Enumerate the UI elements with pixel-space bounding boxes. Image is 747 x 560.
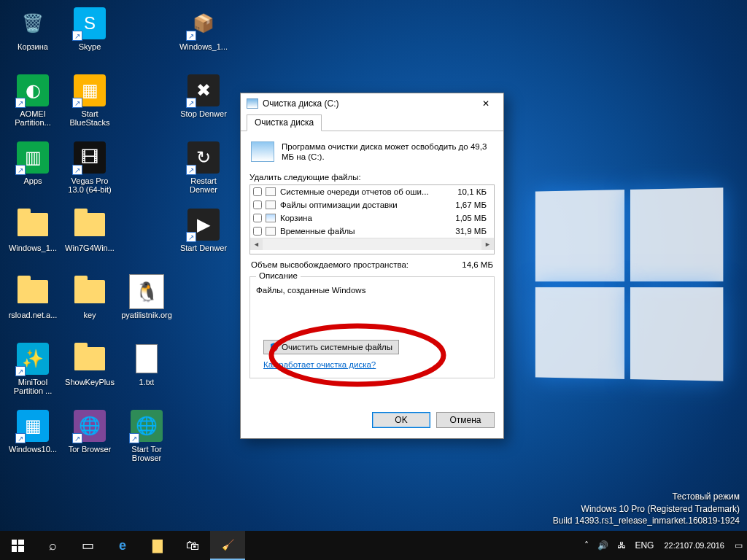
file-list-name: Файлы оптимизации доставки bbox=[280, 201, 447, 209]
clean-system-files-label: Очистить системные файлы bbox=[282, 343, 392, 351]
taskbar-disk-cleanup[interactable]: 🧹 bbox=[210, 531, 245, 560]
file-list-row[interactable]: Системные очереди отчетов об оши...10,1 … bbox=[250, 185, 494, 198]
task-view-button[interactable]: ▭ bbox=[70, 531, 105, 560]
file-list-checkbox[interactable] bbox=[253, 201, 262, 209]
gain-label: Объем высвобождаемого пространства: bbox=[251, 260, 462, 269]
start-tor-icon: 🌐↗ bbox=[129, 408, 164, 443]
desktop-icon-folder-key[interactable]: key bbox=[61, 271, 118, 338]
file-list-row[interactable]: Файлы оптимизации доставки1,67 МБ bbox=[250, 198, 494, 211]
desktop-icon-label: MiniTool Partition ... bbox=[6, 378, 60, 395]
disk-cleanup-taskbar-icon: 🧹 bbox=[222, 539, 234, 551]
intro-text: Программа очистки диска может освободить… bbox=[282, 141, 493, 163]
shortcut-arrow-icon: ↗ bbox=[186, 232, 196, 242]
wallpaper-windows-logo bbox=[535, 187, 724, 381]
scroll-left-icon[interactable]: ◄ bbox=[250, 238, 263, 250]
disk-cleanup-dialog: Очистка диска (C:) ✕ Очистка диска Прогр… bbox=[240, 93, 504, 439]
titlebar[interactable]: Очистка диска (C:) ✕ bbox=[241, 93, 503, 114]
shortcut-arrow-icon: ↗ bbox=[186, 31, 196, 41]
desktop-icon-start-denwer[interactable]: ▶↗Start Denwer bbox=[175, 204, 232, 271]
file-list-name: Системные очереди отчетов об оши... bbox=[280, 187, 447, 196]
search-button[interactable]: ⌕ bbox=[35, 531, 70, 560]
tray-language[interactable]: ENG bbox=[630, 531, 658, 560]
file-list-name: Корзина bbox=[280, 214, 447, 222]
desktop-icon-win10-app[interactable]: ▦↗Windows10... bbox=[4, 405, 61, 472]
clean-system-files-button[interactable]: Очистить системные файлы bbox=[263, 340, 399, 354]
taskbar-store[interactable]: 🛍 bbox=[175, 531, 210, 560]
edge-icon: e bbox=[119, 538, 126, 553]
tray-chevron-up-icon[interactable]: ˄ bbox=[580, 531, 593, 560]
desktop-icon-folder-showkey[interactable]: ShowKeyPlus bbox=[61, 338, 118, 405]
shortcut-arrow-icon: ↗ bbox=[15, 433, 26, 443]
desktop-icon-minitool[interactable]: ✨↗MiniTool Partition ... bbox=[4, 338, 61, 405]
taskbar: ⌕ ▭ e ▇ 🛍 🧹 ˄ 🔊 🖧 ENG 22:21 07.09.2016 ▭ bbox=[0, 531, 747, 560]
desktop-icon-label: Skype bbox=[79, 42, 101, 51]
files-to-delete-label: Удалить следующие файлы: bbox=[249, 173, 495, 182]
watermark-line1: Тестовый режим bbox=[553, 491, 740, 502]
desktop-icon-folder-win1[interactable]: Windows_1... bbox=[4, 204, 61, 271]
desktop-icon-skype[interactable]: S↗Skype bbox=[61, 3, 118, 70]
desktop-icon-start-tor[interactable]: 🌐↗Start Tor Browser bbox=[118, 405, 175, 472]
files-listbox[interactable]: Системные очереди отчетов об оши...10,1 … bbox=[249, 184, 495, 254]
winrar-icon: 📦↗ bbox=[186, 6, 221, 41]
tray-date: 07.09.2016 bbox=[684, 541, 724, 551]
desktop-icon-aomei[interactable]: ◐↗AOMEI Partition... bbox=[4, 70, 61, 137]
file-list-checkbox[interactable] bbox=[253, 187, 262, 196]
desktop-icon-label: Start BlueStacks bbox=[63, 109, 117, 127]
file-list-row[interactable]: Корзина1,05 МБ bbox=[250, 211, 494, 225]
tray-network-icon[interactable]: 🖧 bbox=[613, 531, 630, 560]
windows-logo-icon bbox=[12, 540, 24, 552]
file-list-size: 10,1 КБ bbox=[447, 187, 491, 196]
tray-clock[interactable]: 22:21 07.09.2016 bbox=[658, 531, 730, 560]
how-cleanup-works-link[interactable]: Как работает очистка диска? bbox=[263, 360, 376, 369]
search-icon: ⌕ bbox=[49, 538, 57, 553]
taskbar-file-explorer[interactable]: ▇ bbox=[140, 531, 175, 560]
desktop-icon-winrar[interactable]: 📦↗Windows_1... bbox=[175, 3, 232, 70]
desktop-icon-label: pyatilistnik.org bbox=[121, 311, 172, 319]
watermark-line3: Build 14393.rs1_release_inmarket.160819-… bbox=[553, 515, 740, 526]
desktop-icon-label: Apps bbox=[23, 176, 42, 185]
shortcut-arrow-icon: ↗ bbox=[129, 433, 139, 443]
ok-button[interactable]: OK bbox=[372, 412, 430, 428]
desktop-icon-apps[interactable]: ▥↗Apps bbox=[4, 137, 61, 204]
desktop-icon-label: rsload.net.a... bbox=[9, 311, 58, 319]
scroll-right-icon[interactable]: ► bbox=[481, 238, 494, 250]
disk-cleanup-icon bbox=[247, 98, 258, 109]
shortcut-arrow-icon: ↗ bbox=[72, 31, 82, 41]
shortcut-arrow-icon: ↗ bbox=[15, 366, 26, 376]
file-icon bbox=[266, 187, 276, 196]
file-list-checkbox[interactable] bbox=[253, 214, 262, 222]
desktop-icon-tor[interactable]: 🌐↗Tor Browser bbox=[61, 405, 118, 472]
desktop-icon-restart-denwer[interactable]: ↻↗Restart Denwer bbox=[175, 137, 232, 204]
description-legend: Описание bbox=[256, 271, 301, 280]
desktop-icon-bluestacks[interactable]: ▦↗Start BlueStacks bbox=[61, 70, 118, 137]
tray-volume-icon[interactable]: 🔊 bbox=[593, 531, 613, 560]
tab-disk-cleanup[interactable]: Очистка диска bbox=[247, 114, 322, 131]
tab-strip: Очистка диска bbox=[241, 114, 503, 131]
uac-shield-icon bbox=[270, 343, 279, 351]
horizontal-scrollbar[interactable]: ◄ ► bbox=[250, 238, 494, 250]
desktop-icon-img-pyatilistnik[interactable]: 🐧pyatilistnik.org bbox=[118, 271, 175, 338]
desktop-icon-file-1txt[interactable]: 1.txt bbox=[118, 338, 175, 405]
cancel-button[interactable]: Отмена bbox=[436, 412, 495, 428]
desktop-icon-label: Start Denwer bbox=[180, 244, 227, 252]
shortcut-arrow-icon: ↗ bbox=[15, 98, 26, 108]
start-button[interactable] bbox=[0, 531, 35, 560]
tray-action-center-icon[interactable]: ▭ bbox=[730, 531, 747, 560]
taskbar-edge[interactable]: e bbox=[105, 531, 140, 560]
shortcut-arrow-icon: ↗ bbox=[72, 165, 82, 175]
desktop-icon-vegas[interactable]: 🎞↗Vegas Pro 13.0 (64-bit) bbox=[61, 137, 118, 204]
file-list-row[interactable]: Временные файлы31,9 МБ bbox=[250, 225, 494, 238]
desktop-icon-label: 1.txt bbox=[139, 378, 155, 386]
desktop-icon-folder-win7g4[interactable]: Win7G4Win... bbox=[61, 204, 118, 271]
file-list-checkbox[interactable] bbox=[253, 227, 262, 236]
desktop-icon-label: Tor Browser bbox=[69, 445, 112, 454]
close-button[interactable]: ✕ bbox=[471, 95, 500, 112]
desktop-icon-recycle-bin[interactable]: 🗑️Корзина bbox=[4, 3, 61, 70]
desktop-icon-folder-rsload[interactable]: rsload.net.a... bbox=[4, 271, 61, 338]
folder-rsload-icon bbox=[15, 274, 50, 309]
desktop-icon-label: Корзина bbox=[18, 42, 48, 51]
desktop-icon-stop-denwer[interactable]: ✖↗Stop Denwer bbox=[175, 70, 232, 137]
file-list-name: Временные файлы bbox=[280, 227, 447, 236]
tray-time: 22:21 bbox=[664, 541, 684, 551]
desktop-icon-label: ShowKeyPlus bbox=[65, 378, 115, 386]
